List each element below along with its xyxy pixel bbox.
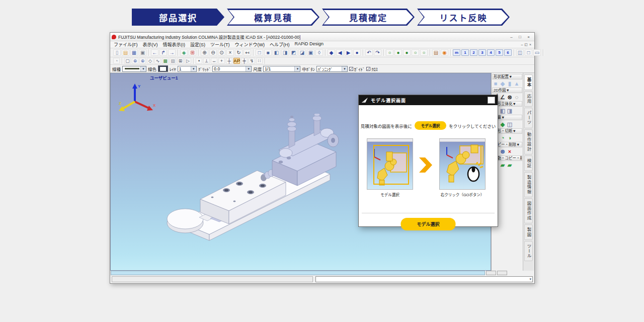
breadcrumb-step[interactable]: リスト反映 bbox=[417, 9, 510, 26]
shade-sphere-icon[interactable]: ● bbox=[353, 49, 361, 56]
side-tab-1[interactable]: 基本 bbox=[524, 74, 533, 90]
freehand-select-icon[interactable]: ∿ bbox=[154, 58, 161, 64]
move-vertical-icon[interactable]: ⊕ bbox=[139, 58, 146, 64]
side-tab-3[interactable]: パーツ bbox=[524, 108, 533, 128]
window-cascade-icon[interactable]: ◫ bbox=[516, 49, 524, 56]
shade-right-icon[interactable]: ▶ bbox=[345, 49, 352, 56]
primitive-box-icon[interactable]: ■ bbox=[492, 80, 499, 87]
arc-tool-icon[interactable]: ◌ bbox=[513, 94, 520, 101]
side-tab-6[interactable]: 製造情報 bbox=[524, 172, 533, 197]
delete-tool-icon[interactable]: × bbox=[506, 148, 513, 155]
view-rotate-icon[interactable]: ↻ bbox=[235, 49, 243, 56]
side-tab-9[interactable]: ツール bbox=[524, 241, 533, 262]
side-tab-8[interactable]: 製図 bbox=[524, 224, 533, 240]
window-main-button[interactable]: m bbox=[453, 49, 460, 56]
window-6-button[interactable]: 6 bbox=[504, 49, 512, 56]
primitive-cone-icon[interactable]: ▲ bbox=[513, 80, 520, 87]
menu-item[interactable]: 表示(V) bbox=[140, 41, 160, 48]
cross-checkbox[interactable]: ✓ｸﾛｽ bbox=[366, 66, 378, 72]
polygon-select-icon[interactable]: ◇ bbox=[147, 58, 153, 64]
revolve-tool-icon[interactable]: ◨ bbox=[506, 107, 513, 114]
side-tab-7[interactable]: 図面作成 bbox=[524, 198, 533, 223]
select-mode-icon[interactable]: ◔ bbox=[113, 58, 120, 64]
model-tree-icon[interactable]: ◈ bbox=[180, 49, 188, 56]
side-tab-2[interactable]: 応用 bbox=[524, 91, 533, 107]
breadcrumb-step[interactable]: 概算見積 bbox=[227, 9, 319, 26]
menu-item[interactable]: ツール(T) bbox=[208, 41, 232, 48]
minimize-button[interactable]: – bbox=[507, 34, 516, 40]
menu-item[interactable]: ヘルプ(H) bbox=[267, 41, 292, 48]
guide-checkbox[interactable]: ✓ｶﾞｲﾄﾞ bbox=[349, 66, 365, 72]
record-icon[interactable]: ◉ bbox=[441, 49, 448, 56]
breadcrumb-step[interactable]: 部品選択 bbox=[132, 9, 224, 26]
grid-select[interactable]: 0.0▼ bbox=[212, 66, 252, 72]
window-5-button[interactable]: 5 bbox=[496, 49, 503, 56]
layer-state-2-icon[interactable]: ● bbox=[394, 49, 402, 56]
line-type-select[interactable]: ▼ bbox=[122, 66, 146, 72]
snap-intersect-icon[interactable]: ┼ bbox=[226, 58, 232, 64]
assembly-model[interactable] bbox=[164, 114, 340, 252]
snap-grid-icon[interactable]: ╪ bbox=[241, 58, 248, 64]
snap-online-icon[interactable]: ⊥ bbox=[203, 58, 210, 64]
print-icon[interactable]: ▣ bbox=[139, 49, 146, 56]
open-file-icon[interactable]: ▤ bbox=[122, 49, 129, 56]
panel-section-header[interactable]: 形状配置▼ bbox=[492, 74, 522, 79]
primitive-cylinder-icon[interactable]: ▮ bbox=[506, 80, 513, 87]
back-icon[interactable]: ← bbox=[151, 49, 158, 56]
snap-ap-button[interactable]: AP bbox=[233, 58, 240, 64]
viewport-scroll-right-button[interactable] bbox=[497, 271, 507, 275]
circle-tool-icon[interactable]: ⊗ bbox=[506, 94, 513, 101]
layer-state-5-icon[interactable]: ○ bbox=[420, 49, 428, 56]
scale-select[interactable]: 1/1▼ bbox=[263, 66, 300, 72]
view-top-icon[interactable]: ◩ bbox=[290, 49, 297, 56]
table-icon[interactable]: ⊞ bbox=[177, 58, 184, 64]
menu-item[interactable]: ウィンドウ(W) bbox=[232, 41, 268, 48]
window-tile-icon[interactable]: ▭ bbox=[533, 49, 541, 56]
snap-endpoint-icon[interactable]: ↔ bbox=[211, 58, 217, 64]
view-front-icon[interactable]: □ bbox=[256, 49, 263, 56]
layer-state-4-icon[interactable]: ○ bbox=[412, 49, 419, 56]
layer-state-3-icon[interactable]: ● bbox=[403, 49, 411, 56]
side-tab-5[interactable]: 検証 bbox=[524, 155, 533, 171]
move-copy-3-icon[interactable]: ▰ bbox=[506, 162, 513, 169]
move-copy-2-icon[interactable]: ▰ bbox=[499, 162, 506, 169]
parts-dice-icon[interactable]: ⊞ bbox=[189, 49, 196, 56]
menu-item[interactable]: 情報表示(I) bbox=[160, 41, 188, 48]
shade-solid-icon[interactable]: ◆ bbox=[328, 49, 335, 56]
new-file-icon[interactable]: ▯ bbox=[113, 49, 121, 56]
forward-icon[interactable]: → bbox=[168, 49, 176, 56]
image-capture-icon[interactable]: ▤ bbox=[432, 49, 440, 56]
dialog-title-bar[interactable]: モデル選択画面 × bbox=[359, 95, 498, 105]
command-combobox[interactable]: ▾ bbox=[315, 276, 533, 282]
jump-icon[interactable]: ↱ bbox=[159, 49, 167, 56]
cut-tool-icon[interactable]: ◑ bbox=[506, 134, 513, 141]
view-left-icon[interactable]: ◧ bbox=[273, 49, 280, 56]
window-4-button[interactable]: 4 bbox=[487, 49, 495, 56]
window-2-button[interactable]: 2 bbox=[470, 49, 477, 56]
view-dim-icon[interactable]: ◊ bbox=[315, 49, 323, 56]
menu-item[interactable]: RAPiD Design bbox=[292, 41, 327, 48]
close-button[interactable]: × bbox=[524, 34, 533, 40]
mdi-close-button[interactable]: × bbox=[529, 43, 531, 47]
zoom-out-icon[interactable]: ⊖ bbox=[209, 49, 217, 56]
menu-item[interactable]: 設定(S) bbox=[188, 41, 208, 48]
menu-item[interactable]: ファイル(F) bbox=[111, 41, 140, 48]
window-select-icon[interactable]: ▢ bbox=[124, 58, 131, 64]
window-3-button[interactable]: 3 bbox=[478, 49, 486, 56]
model-select-button[interactable]: モデル選択 bbox=[400, 218, 455, 230]
layer-select[interactable]: 1▼ bbox=[178, 66, 197, 72]
view-back-icon[interactable]: ■ bbox=[264, 49, 272, 56]
line-color-button[interactable] bbox=[158, 65, 168, 72]
hatch-icon[interactable]: ▨ bbox=[170, 58, 176, 64]
snap-quad-icon[interactable]: ↯ bbox=[249, 58, 255, 64]
side-tab-4[interactable]: 動作設計 bbox=[524, 129, 533, 154]
detail-icon[interactable]: ▷ bbox=[185, 58, 191, 64]
move-horizontal-icon[interactable]: ⊕ bbox=[132, 58, 138, 64]
view-bottom-icon[interactable]: ◪ bbox=[298, 49, 306, 56]
viewport-scroll-left-button[interactable] bbox=[486, 271, 496, 275]
snap-point-icon[interactable]: • bbox=[196, 58, 202, 64]
zoom-in-icon[interactable]: ⊕ bbox=[201, 49, 208, 56]
undo-icon[interactable]: ↶ bbox=[365, 49, 373, 56]
view-reset-icon[interactable]: ↤ bbox=[244, 49, 251, 56]
angle-line-tool-icon[interactable]: ∠ bbox=[499, 94, 506, 101]
